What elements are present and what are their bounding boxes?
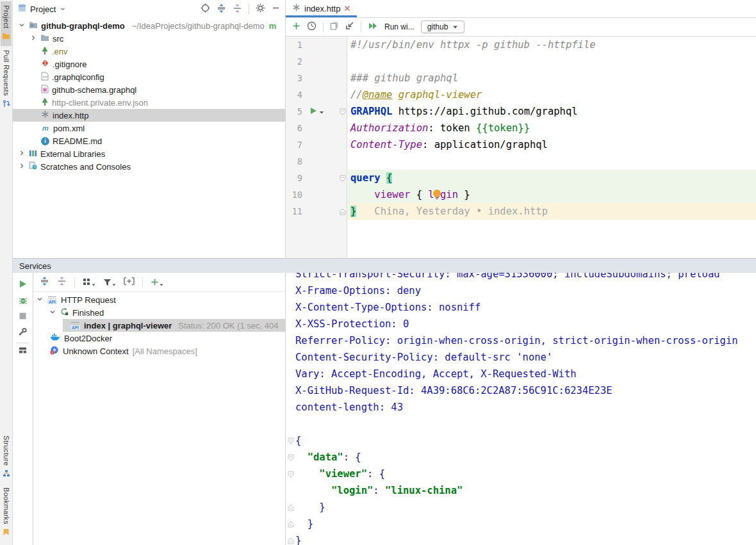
chevron-right-icon[interactable] (18, 162, 26, 172)
chevron-down-icon[interactable] (49, 308, 56, 318)
tree-item-gitignore[interactable]: .gitignore (13, 58, 285, 70)
stripe-item-structure[interactable]: Structure (1, 432, 12, 484)
fold-marker[interactable] (337, 170, 348, 186)
open-log-icon[interactable] (345, 21, 354, 33)
intention-bulb-icon[interactable] (432, 189, 442, 202)
run-icon[interactable] (13, 280, 33, 288)
tree-item-http-client-env[interactable]: http-client.private.env.json (13, 96, 285, 109)
fold-marker[interactable] (337, 103, 348, 120)
group-by-icon[interactable] (83, 278, 95, 286)
collapse-all-icon[interactable] (233, 3, 242, 15)
stripe-project-label: Project (3, 5, 10, 28)
stop-icon[interactable] (13, 313, 33, 320)
code-line: 7 Content-Type: application/graphql (286, 136, 756, 153)
console-line: content-length: 43 (286, 399, 756, 416)
tree-item-graphqlconfig[interactable]: .graphqlconfig (13, 70, 285, 83)
copy-icon[interactable] (330, 21, 339, 33)
response-console[interactable]: Strict-Transport-Security: max-age=31536… (286, 273, 756, 545)
stripe-item-bookmarks[interactable]: Bookmarks (1, 484, 12, 542)
history-icon[interactable] (307, 21, 316, 33)
stripe-item-project[interactable]: Project (1, 1, 12, 46)
fold-end-marker[interactable] (286, 499, 295, 516)
tree-item-src[interactable]: src (13, 32, 285, 45)
code-line: 6 Authorization: token {{token}} (286, 120, 756, 136)
left-tool-stripe: Project Pull Requests Structure Bookm (0, 0, 13, 545)
git-branch-label: m (269, 21, 277, 31)
service-item-finished[interactable]: Finished (33, 306, 285, 319)
tree-item-external-libraries[interactable]: External Libraries (13, 147, 285, 160)
chevron-right-icon[interactable] (18, 149, 26, 159)
debug-icon[interactable] (13, 296, 33, 305)
chevron-down-icon (452, 25, 458, 29)
service-item-request-result[interactable]: API index | graphql-viewer Status: 200 O… (33, 319, 285, 332)
tree-item-readme[interactable]: i README.md (13, 134, 285, 147)
console-line: Referrer-Policy: origin-when-cross-origi… (286, 332, 756, 349)
tree-item-index-http[interactable]: index.http (13, 109, 285, 122)
tree-item-label: http-client.private.env.json (52, 98, 148, 108)
tree-item-scratches[interactable]: Scratches and Consoles (13, 160, 285, 173)
project-panel-title[interactable]: Project (30, 4, 56, 14)
structure-icon (3, 468, 10, 480)
project-folder-icon (2, 31, 10, 42)
add-service-frame-icon[interactable] (124, 277, 135, 288)
kubernetes-icon (50, 346, 59, 357)
gear-icon[interactable] (256, 3, 265, 15)
console-line: X-GitHub-Request-Id: 4A39:68C6:2C2A87:56… (286, 382, 756, 399)
add-request-icon[interactable] (292, 21, 300, 33)
fold-marker[interactable] (286, 466, 295, 482)
service-item-label: Finished (72, 308, 104, 318)
service-item-http-request[interactable]: API HTTP Request (33, 293, 285, 306)
chevron-right-icon[interactable] (29, 34, 37, 44)
fold-end-marker[interactable] (286, 532, 295, 545)
fold-marker[interactable] (286, 432, 295, 449)
run-request-icon[interactable] (310, 103, 317, 120)
services-panel-header[interactable]: Services (13, 258, 756, 273)
service-item-unknown-context[interactable]: Unknown Context [All Namespaces] (33, 345, 285, 357)
run-options-chevron-icon[interactable] (319, 103, 324, 120)
project-tree: github-graphql-demo ~/IdeaProjects/githu… (13, 18, 285, 258)
close-icon[interactable] (344, 4, 350, 13)
service-item-label: Unknown Context (63, 346, 129, 356)
config-file-icon (41, 72, 49, 83)
project-path: ~/IdeaProjects/github-graphql-demo (132, 21, 265, 31)
expand-all-icon[interactable] (40, 276, 49, 288)
environment-value: github (427, 22, 448, 31)
tree-item-label: src (53, 34, 63, 44)
stripe-item-pull-requests[interactable]: Pull Requests (1, 46, 12, 114)
tree-item-github-schema[interactable]: github-schema.graphql (13, 83, 285, 96)
environment-select[interactable]: github (421, 20, 465, 33)
locate-file-icon[interactable] (201, 3, 210, 15)
tab-index-http[interactable]: index.http (286, 0, 357, 17)
editor-tab-bar: index.http (286, 0, 756, 18)
service-item-boot2docker[interactable]: Boot2Docker (33, 332, 285, 345)
filter-icon[interactable] (103, 279, 116, 286)
hide-panel-icon[interactable] (272, 3, 280, 15)
wrench-icon[interactable] (13, 327, 33, 337)
chevron-down-icon[interactable] (60, 3, 66, 15)
expand-all-icon[interactable] (217, 3, 226, 15)
add-icon[interactable] (151, 278, 163, 286)
http-file-icon (292, 3, 300, 13)
run-all-icon[interactable] (368, 21, 378, 33)
request-status: Status: 200 OK (1 sec, 404 (178, 321, 278, 330)
layout-icon[interactable] (13, 346, 33, 354)
tree-item-label: .graphqlconfig (52, 72, 104, 82)
code-line: 4 //@name graphql-viewer (286, 86, 756, 103)
tree-item-project-root[interactable]: github-graphql-demo ~/IdeaProjects/githu… (13, 19, 285, 32)
tree-item-env[interactable]: .env (13, 45, 285, 58)
console-line: X-XSS-Protection: 0 (286, 316, 756, 332)
fold-end-marker[interactable] (286, 516, 295, 532)
code-editor[interactable]: 1 #!/usr/bin/env httpx -p github --httpf… (286, 37, 756, 258)
chevron-down-icon[interactable] (18, 21, 26, 31)
console-line: { (286, 432, 756, 449)
service-item-label: HTTP Request (61, 295, 116, 305)
fold-marker[interactable] (286, 449, 295, 466)
chevron-down-icon[interactable] (36, 295, 44, 305)
tree-item-label: .env (52, 47, 68, 56)
console-line: Content-Security-Policy: default-src 'no… (286, 349, 756, 366)
tree-item-pom-xml[interactable]: m pom.xml (13, 122, 285, 134)
collapse-all-icon[interactable] (57, 276, 67, 288)
fold-end-marker[interactable] (337, 203, 348, 220)
scratches-icon (29, 161, 37, 172)
console-line: "data": { (286, 449, 756, 466)
